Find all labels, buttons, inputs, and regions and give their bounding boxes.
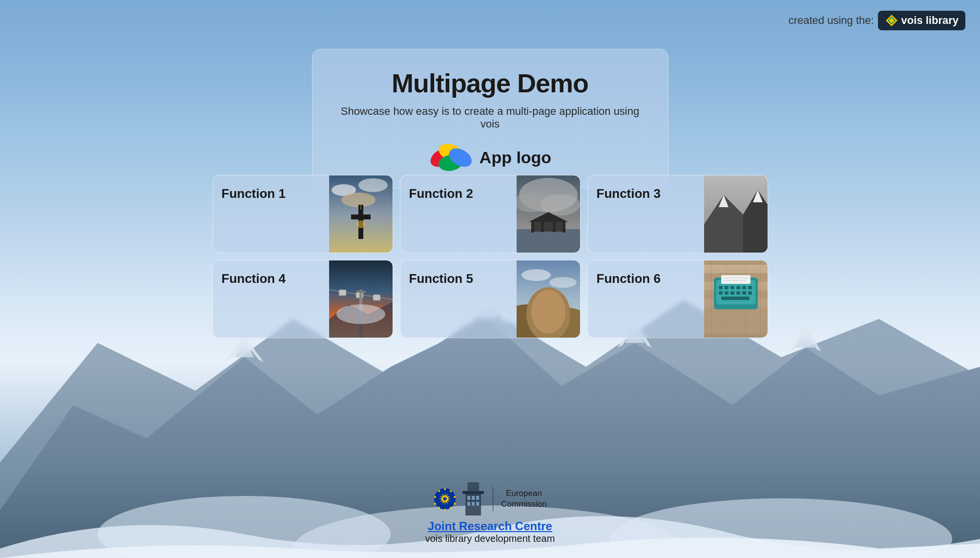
svg-point-106: [454, 503, 456, 505]
svg-point-22: [358, 178, 388, 192]
app-logo-area: App logo: [337, 144, 644, 171]
hero-title: Multipage Demo: [337, 68, 644, 98]
jrc-label: Joint Research Centre: [425, 519, 555, 533]
svg-rect-34: [531, 220, 534, 233]
function-1-label: Function 1: [213, 175, 329, 253]
svg-rect-78: [742, 286, 746, 289]
svg-rect-74: [719, 286, 723, 289]
svg-point-103: [444, 488, 446, 490]
function-6-label: Function 6: [588, 260, 704, 338]
svg-rect-119: [467, 502, 470, 506]
top-badge: created using the: vois library: [789, 11, 965, 30]
svg-point-31: [541, 194, 580, 215]
svg-rect-51: [356, 291, 366, 293]
svg-point-110: [434, 503, 436, 505]
svg-point-26: [357, 220, 365, 228]
badge-prefix: created using the:: [789, 14, 874, 27]
svg-rect-33: [531, 222, 565, 232]
svg-rect-79: [748, 286, 752, 289]
jrc-building-icon: [461, 482, 485, 515]
svg-point-109: [438, 507, 440, 509]
svg-rect-117: [472, 496, 475, 500]
function-3-image: [704, 175, 768, 253]
function-4-label: Function 4: [213, 260, 329, 338]
hero-card: Multipage Demo Showcase how easy is to c…: [312, 49, 668, 188]
ec-line2: Commission: [501, 499, 547, 510]
function-card-2[interactable]: Function 2: [400, 175, 581, 253]
svg-rect-75: [725, 286, 729, 289]
svg-point-108: [444, 509, 446, 511]
jrc-logo: European Commission: [425, 482, 555, 515]
svg-rect-118: [476, 496, 479, 500]
svg-rect-84: [742, 291, 746, 295]
svg-rect-82: [730, 291, 734, 295]
footer: European Commission Joint Research Centr…: [425, 482, 555, 544]
function-card-6[interactable]: Function 6: [587, 260, 768, 338]
function-card-5[interactable]: Function 5: [400, 260, 581, 338]
svg-rect-87: [721, 275, 751, 284]
svg-point-53: [336, 304, 385, 324]
function-5-image: [517, 260, 580, 338]
function-2-label: Function 2: [400, 175, 517, 253]
svg-rect-83: [736, 291, 740, 295]
svg-rect-76: [730, 286, 734, 289]
hero-subtitle: Showcase how easy is to create a multi-p…: [337, 105, 644, 130]
svg-point-107: [450, 507, 452, 509]
svg-rect-32: [517, 229, 580, 253]
svg-rect-85: [748, 291, 752, 295]
function-card-4[interactable]: Function 4: [212, 260, 393, 338]
svg-point-60: [521, 269, 551, 281]
function-5-label: Function 5: [400, 260, 517, 338]
svg-rect-86: [721, 297, 750, 300]
ec-line1: European: [501, 488, 547, 499]
svg-rect-121: [476, 502, 479, 506]
svg-point-112: [438, 490, 440, 492]
eu-flag-icon: [433, 487, 457, 511]
svg-rect-49: [373, 295, 380, 300]
app-logo-icon: [429, 144, 473, 171]
svg-rect-80: [719, 291, 723, 295]
vois-library-label: vois library: [901, 14, 959, 27]
function-4-image: [329, 260, 393, 338]
svg-rect-47: [339, 290, 346, 296]
vois-diamond-icon: [885, 14, 898, 27]
app-logo-text: App logo: [480, 148, 551, 167]
function-1-image: [329, 175, 393, 253]
ec-text-block: European Commission: [501, 488, 547, 510]
footer-credit: vois library development team: [425, 533, 555, 544]
svg-point-105: [454, 496, 456, 498]
svg-rect-81: [725, 291, 729, 295]
svg-rect-115: [467, 482, 479, 493]
function-2-image: [517, 175, 580, 253]
function-card-3[interactable]: Function 3: [587, 175, 768, 253]
function-card-1[interactable]: Function 1: [212, 175, 393, 253]
vois-badge: vois library: [878, 11, 965, 30]
svg-rect-120: [472, 502, 475, 506]
svg-point-104: [450, 490, 452, 492]
svg-point-59: [531, 290, 565, 334]
function-3-label: Function 3: [588, 175, 704, 253]
svg-rect-116: [467, 496, 470, 500]
svg-point-61: [549, 277, 577, 288]
svg-rect-25: [351, 215, 371, 219]
function-grid: Function 1: [212, 175, 768, 338]
svg-rect-77: [736, 286, 740, 289]
svg-point-90: [434, 488, 456, 510]
svg-rect-35: [563, 220, 565, 233]
footer-divider: [493, 487, 493, 511]
function-6-image: [704, 260, 768, 338]
svg-point-111: [434, 496, 436, 498]
